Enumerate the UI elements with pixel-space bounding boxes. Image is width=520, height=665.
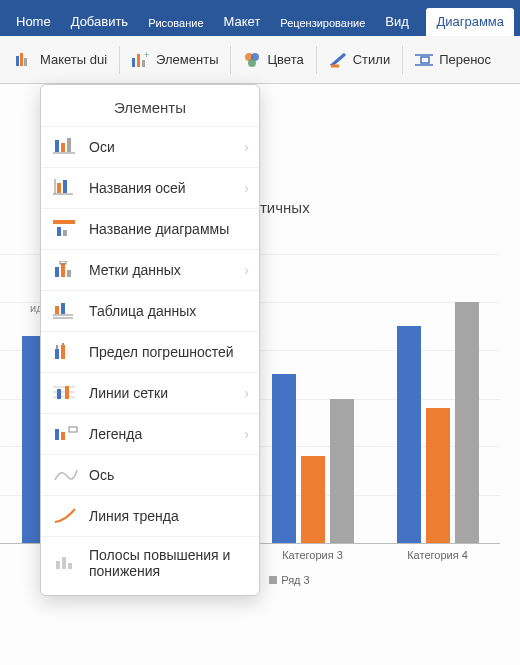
- elements-item-label: Название диаграммы: [89, 221, 229, 237]
- elements-item-label: Линия тренда: [89, 508, 179, 524]
- content-area: тичных иден Cat Категория 3 Категория 4 …: [0, 84, 520, 665]
- svg-rect-42: [61, 432, 65, 440]
- bar-series-2: [301, 456, 325, 543]
- chevron-right-icon: ›: [244, 426, 249, 442]
- svg-rect-39: [57, 389, 61, 399]
- layouts-icon: [16, 51, 34, 69]
- elements-item-label: Таблица данных: [89, 303, 196, 319]
- elements-item-9[interactable]: Линия тренда: [41, 495, 259, 536]
- svg-rect-43: [69, 427, 77, 432]
- elements-item-icon: [53, 301, 79, 321]
- chevron-right-icon: ›: [244, 139, 249, 155]
- svg-rect-1: [20, 53, 23, 66]
- svg-rect-0: [16, 56, 19, 66]
- svg-text:+: +: [144, 52, 149, 60]
- svg-rect-5: [142, 60, 145, 67]
- svg-rect-17: [57, 183, 61, 193]
- elements-item-icon: [53, 342, 79, 362]
- styles-icon: [329, 51, 347, 69]
- ribbon-elements-button[interactable]: + Элементы: [122, 45, 228, 75]
- elements-item-0[interactable]: Оси›: [41, 126, 259, 167]
- elements-item-icon: [53, 219, 79, 239]
- elements-item-icon: [53, 506, 79, 526]
- elements-item-icon: [53, 260, 79, 280]
- elements-item-6[interactable]: Линии сетки›: [41, 372, 259, 413]
- svg-rect-12: [421, 57, 429, 63]
- ribbon-styles-label: Стили: [353, 52, 390, 67]
- x-label: Категория 3: [250, 549, 375, 561]
- svg-rect-41: [55, 429, 59, 440]
- elements-item-label: Легенда: [89, 426, 142, 442]
- tab-bar: Home Добавить Рисование Макет Рецензиров…: [0, 0, 520, 36]
- ribbon-layouts-button[interactable]: Макеты dui: [6, 45, 117, 75]
- svg-rect-25: [61, 263, 65, 277]
- elements-item-icon: [53, 553, 79, 573]
- elements-item-label: Оси: [89, 139, 115, 155]
- svg-rect-14: [61, 143, 65, 152]
- svg-rect-21: [53, 220, 75, 224]
- tab-home[interactable]: Home: [6, 8, 61, 36]
- tab-view[interactable]: Вид: [375, 8, 419, 36]
- bar-series-1: [272, 374, 296, 543]
- tab-layout[interactable]: Макет: [214, 8, 271, 36]
- svg-rect-44: [56, 561, 60, 569]
- elements-dropdown: Элементы Оси›Названия осей›Название диаг…: [40, 84, 260, 596]
- svg-rect-40: [65, 386, 69, 399]
- elements-item-10[interactable]: Полосы повышения и понижения: [41, 536, 259, 589]
- elements-icon: +: [132, 51, 150, 69]
- bar-group: [375, 254, 500, 543]
- elements-item-icon: [53, 137, 79, 157]
- elements-item-icon: [53, 383, 79, 403]
- svg-rect-29: [61, 303, 65, 314]
- chevron-right-icon: ›: [244, 385, 249, 401]
- elements-item-1[interactable]: Названия осей›: [41, 167, 259, 208]
- bar-group: [250, 254, 375, 543]
- svg-rect-45: [62, 557, 66, 569]
- svg-rect-22: [57, 227, 61, 236]
- svg-point-9: [248, 59, 256, 67]
- separator: [230, 46, 231, 74]
- separator: [316, 46, 317, 74]
- tab-draw[interactable]: Рисование: [138, 11, 213, 36]
- ribbon-colors-button[interactable]: Цвета: [233, 45, 313, 75]
- ribbon-styles-button[interactable]: Стили: [319, 45, 400, 75]
- svg-rect-46: [68, 563, 72, 569]
- svg-rect-4: [137, 54, 140, 67]
- svg-rect-23: [63, 230, 67, 236]
- elements-item-label: Ось: [89, 467, 114, 483]
- separator: [119, 46, 120, 74]
- elements-item-icon: [53, 178, 79, 198]
- elements-item-label: Названия осей: [89, 180, 186, 196]
- colors-icon: [243, 51, 261, 69]
- elements-item-5[interactable]: Предел погрешностей: [41, 331, 259, 372]
- ribbon-colors-label: Цвета: [267, 52, 303, 67]
- svg-rect-33: [61, 345, 65, 359]
- ribbon-elements-label: Элементы: [156, 52, 218, 67]
- elements-item-3[interactable]: Метки данных›: [41, 249, 259, 290]
- elements-item-7[interactable]: Легенда›: [41, 413, 259, 454]
- chart-title-fragment: тичных: [260, 199, 310, 216]
- elements-item-icon: [53, 424, 79, 444]
- elements-item-4[interactable]: Таблица данных: [41, 290, 259, 331]
- ribbon-layouts-label: Макеты dui: [40, 52, 107, 67]
- bar-series-1: [397, 326, 421, 543]
- elements-item-label: Метки данных: [89, 262, 181, 278]
- x-label: Категория 4: [375, 549, 500, 561]
- ribbon-wrap-button[interactable]: Перенос: [405, 45, 501, 75]
- chart-legend-fragment: 2 Ряд 3: [250, 574, 320, 586]
- elements-item-label: Линии сетки: [89, 385, 168, 401]
- separator: [402, 46, 403, 74]
- bar-series-3: [455, 302, 479, 543]
- tab-insert[interactable]: Добавить: [61, 8, 138, 36]
- svg-rect-27: [60, 261, 66, 264]
- bar-series-2: [426, 408, 450, 543]
- wrap-icon: [415, 51, 433, 69]
- ribbon-wrap-label: Перенос: [439, 52, 491, 67]
- elements-dropdown-title: Элементы: [41, 85, 259, 126]
- tab-review[interactable]: Рецензирование: [270, 11, 375, 36]
- svg-rect-18: [63, 180, 67, 193]
- tab-chart[interactable]: Диаграмма: [426, 8, 514, 36]
- elements-item-8[interactable]: Ось: [41, 454, 259, 495]
- elements-item-2[interactable]: Название диаграммы: [41, 208, 259, 249]
- elements-item-label: Предел погрешностей: [89, 344, 234, 360]
